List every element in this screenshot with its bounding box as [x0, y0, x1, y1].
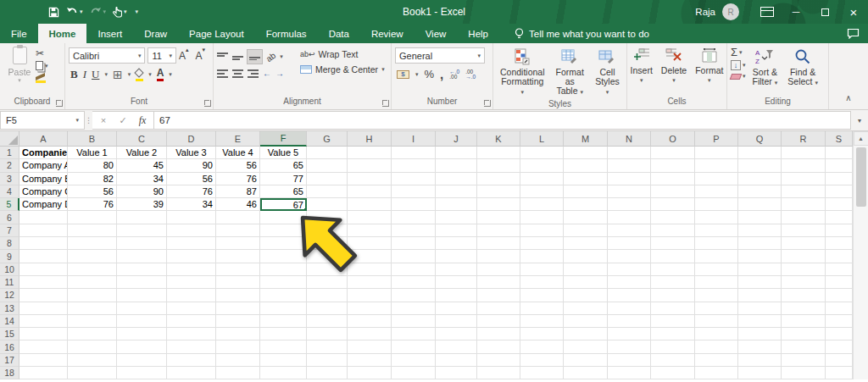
cell-A3[interactable]: Company B	[19, 173, 68, 185]
cell-K3[interactable]	[477, 173, 520, 185]
cell-F18[interactable]	[260, 367, 307, 379]
cell-H14[interactable]	[348, 315, 392, 328]
cell-Q11[interactable]	[738, 276, 782, 289]
cell-O6[interactable]	[651, 211, 695, 224]
cell-G9[interactable]	[307, 250, 348, 263]
cell-M8[interactable]	[564, 237, 608, 250]
cell-C14[interactable]	[117, 315, 167, 328]
col-header-M[interactable]: M	[564, 131, 608, 147]
col-header-K[interactable]: K	[477, 131, 520, 147]
cell-Q3[interactable]	[738, 173, 782, 185]
cell-P5[interactable]	[695, 198, 738, 211]
cell-R2[interactable]	[782, 159, 826, 172]
cell-J16[interactable]	[436, 340, 477, 353]
cell-B12[interactable]	[68, 289, 117, 302]
cell-F3[interactable]: 77	[260, 173, 307, 185]
cell-R9[interactable]	[782, 250, 826, 263]
cell-E9[interactable]	[216, 250, 260, 263]
cell-K6[interactable]	[477, 211, 520, 224]
cell-C7[interactable]	[117, 224, 167, 237]
row-header-15[interactable]: 15	[0, 328, 19, 340]
row-header-10[interactable]: 10	[0, 263, 19, 276]
cell-C10[interactable]	[117, 263, 167, 276]
merge-center-button[interactable]: Merge & Center ▾	[300, 64, 385, 75]
cell-N1[interactable]	[608, 147, 651, 159]
cancel-entry-button[interactable]: ×	[94, 115, 113, 125]
cell-S15[interactable]	[826, 328, 853, 340]
cell-K10[interactable]	[477, 263, 520, 276]
cell-B11[interactable]	[68, 276, 117, 289]
cell-Q4[interactable]	[738, 185, 782, 198]
cell-P11[interactable]	[695, 276, 738, 289]
cell-F13[interactable]	[260, 302, 307, 315]
cell-B16[interactable]	[68, 340, 117, 353]
tab-draw[interactable]: Draw	[133, 24, 178, 43]
autosum-button[interactable]: Σ▾	[731, 47, 746, 58]
cell-I4[interactable]	[392, 185, 436, 198]
align-bottom-button[interactable]	[248, 50, 262, 64]
cell-Q14[interactable]	[738, 315, 782, 328]
cell-L12[interactable]	[520, 289, 564, 302]
cell-I3[interactable]	[392, 173, 436, 185]
cell-M9[interactable]	[564, 250, 608, 263]
cell-S11[interactable]	[826, 276, 853, 289]
comments-icon[interactable]	[847, 24, 868, 43]
cell-Q2[interactable]	[738, 159, 782, 172]
cell-P14[interactable]	[695, 315, 738, 328]
cell-S7[interactable]	[826, 224, 853, 237]
cell-E16[interactable]	[216, 340, 260, 353]
cell-N12[interactable]	[608, 289, 651, 302]
cell-R17[interactable]	[782, 354, 826, 367]
cell-C9[interactable]	[117, 250, 167, 263]
cell-G7[interactable]	[307, 224, 348, 237]
cell-B5[interactable]: 76	[68, 198, 117, 211]
vertical-scrollbar[interactable]: ▲	[853, 131, 868, 379]
cell-R8[interactable]	[782, 237, 826, 250]
cell-S13[interactable]	[826, 302, 853, 315]
cell-J18[interactable]	[436, 367, 477, 379]
cell-K13[interactable]	[477, 302, 520, 315]
cell-I17[interactable]	[392, 354, 436, 367]
cell-R14[interactable]	[782, 315, 826, 328]
font-dialog-launcher[interactable]	[204, 100, 211, 107]
cell-K11[interactable]	[477, 276, 520, 289]
cell-K9[interactable]	[477, 250, 520, 263]
scrollbar-thumb[interactable]	[856, 147, 866, 207]
cell-B2[interactable]: 80	[68, 159, 117, 172]
cell-J1[interactable]	[436, 147, 477, 159]
tab-data[interactable]: Data	[318, 24, 360, 43]
cell-O9[interactable]	[651, 250, 695, 263]
cell-D15[interactable]	[167, 328, 216, 340]
cell-H3[interactable]	[348, 173, 392, 185]
increase-indent-button[interactable]: →	[275, 69, 284, 78]
cell-C18[interactable]	[117, 367, 167, 379]
cell-Q9[interactable]	[738, 250, 782, 263]
conditional-formatting-button[interactable]: ConditionalFormatting ▾	[497, 47, 548, 98]
cell-K8[interactable]	[477, 237, 520, 250]
cell-J5[interactable]	[436, 198, 477, 211]
cell-M4[interactable]	[564, 185, 608, 198]
cell-M2[interactable]	[564, 159, 608, 172]
cell-C3[interactable]: 34	[117, 173, 167, 185]
tab-review[interactable]: Review	[360, 24, 415, 43]
align-top-button[interactable]	[217, 53, 228, 61]
cell-E8[interactable]	[216, 237, 260, 250]
cell-P8[interactable]	[695, 237, 738, 250]
cell-O1[interactable]	[651, 147, 695, 159]
cell-C17[interactable]	[117, 354, 167, 367]
collapse-ribbon-button[interactable]: ∧	[829, 43, 868, 109]
col-header-C[interactable]: C	[117, 131, 167, 147]
accounting-dropdown-icon[interactable]: ▾	[415, 71, 419, 78]
cell-O3[interactable]	[651, 173, 695, 185]
cell-B8[interactable]	[68, 237, 117, 250]
cell-B1[interactable]: Value 1	[68, 147, 117, 159]
cell-H2[interactable]	[348, 159, 392, 172]
cell-I12[interactable]	[392, 289, 436, 302]
cell-L15[interactable]	[520, 328, 564, 340]
row-header-1[interactable]: 1	[0, 147, 19, 159]
cell-S18[interactable]	[826, 367, 853, 379]
cell-P4[interactable]	[695, 185, 738, 198]
cell-H11[interactable]	[348, 276, 392, 289]
cell-J10[interactable]	[436, 263, 477, 276]
cell-A13[interactable]	[19, 302, 68, 315]
